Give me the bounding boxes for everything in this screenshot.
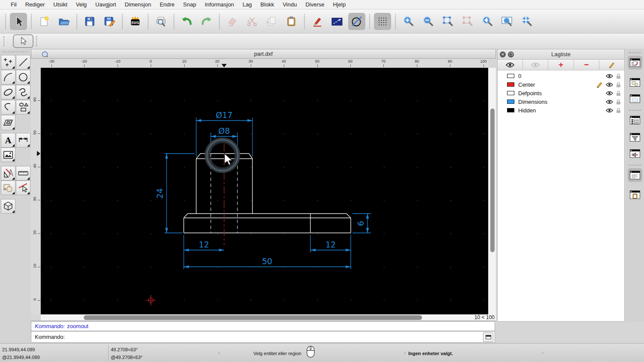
- vertical-scrollbar-thumb[interactable]: [490, 109, 495, 252]
- clipboard-dock-button[interactable]: [628, 188, 642, 202]
- draw-pen-button[interactable]: [309, 13, 326, 30]
- lock-icon[interactable]: [616, 108, 621, 113]
- palette-handle[interactable]: [3, 51, 27, 52]
- add-layer-button[interactable]: +: [548, 60, 574, 70]
- image-tool-button[interactable]: [1, 148, 15, 162]
- horizontal-scrollbar-thumb[interactable]: [84, 315, 422, 320]
- layer-row-defpoints[interactable]: Defpoints: [498, 89, 624, 97]
- horizontal-scrollbar[interactable]: 10 < 100: [41, 314, 496, 321]
- layer-row-hidden[interactable]: Hidden: [498, 106, 624, 115]
- eye-icon[interactable]: [606, 82, 613, 87]
- dock-handle[interactable]: [629, 52, 641, 53]
- menu-dimensjon[interactable]: Dimensjon: [120, 1, 155, 8]
- command-widget-dock-button[interactable]: [628, 168, 642, 182]
- zoom-auto-button[interactable]: [439, 13, 456, 30]
- menu-velg[interactable]: Velg: [72, 1, 91, 8]
- layer-color-swatch[interactable]: [507, 74, 514, 78]
- edit-layer-button[interactable]: [599, 60, 624, 70]
- menu-fil[interactable]: Fil: [6, 1, 21, 8]
- menu-lag[interactable]: Lag: [238, 1, 256, 8]
- selection-filter-dock-button[interactable]: [628, 130, 642, 144]
- save-button[interactable]: [81, 13, 98, 30]
- lock-icon[interactable]: [616, 90, 621, 96]
- ellipse-tool-button[interactable]: [1, 85, 15, 100]
- paste-button[interactable]: [283, 13, 300, 30]
- float-panel-icon[interactable]: ❐: [508, 51, 514, 57]
- dimension-lines[interactable]: [164, 118, 371, 269]
- drawing-canvas[interactable]: Ø17 Ø8 24 6 12 12 50: [41, 68, 488, 314]
- dimension-tool-button[interactable]: [16, 133, 30, 148]
- text-tool-button[interactable]: A: [1, 133, 15, 148]
- entity-list-dock-button[interactable]: [628, 113, 642, 127]
- points-tool-button[interactable]: [1, 55, 15, 69]
- remove-layer-button[interactable]: −: [574, 60, 599, 70]
- polyline-tool-button[interactable]: [1, 100, 15, 115]
- layer-color-swatch[interactable]: [507, 82, 514, 87]
- cube-3d-tool-button[interactable]: [1, 199, 15, 214]
- menu-informasjon[interactable]: Informasjon: [200, 1, 238, 8]
- undo-button[interactable]: [178, 13, 195, 30]
- blocks-tool-button[interactable]: [1, 181, 15, 195]
- line-attributes-button[interactable]: [328, 13, 346, 30]
- drawing-svg[interactable]: Ø17 Ø8 24 6 12 12 50: [41, 68, 488, 314]
- select-pointer-button[interactable]: [10, 13, 27, 30]
- line-tool-button[interactable]: [16, 55, 30, 69]
- layer-row-dimensions[interactable]: Dimensions: [498, 97, 624, 106]
- eye-icon[interactable]: [606, 100, 613, 104]
- menu-hjelp[interactable]: Hjelp: [329, 1, 350, 8]
- command-input[interactable]: [67, 333, 483, 341]
- circle-line-button[interactable]: [348, 13, 365, 30]
- layer-row-0[interactable]: 0: [498, 72, 624, 80]
- lock-icon[interactable]: [616, 82, 621, 87]
- menu-endre[interactable]: Endre: [155, 1, 179, 8]
- menu-vindu[interactable]: Vindu: [278, 1, 301, 8]
- vertical-scrollbar[interactable]: [488, 68, 496, 314]
- select-entity-tool-button[interactable]: [16, 181, 30, 195]
- redo-button[interactable]: [198, 13, 215, 30]
- polygon-shapes-tool-button[interactable]: [16, 100, 30, 115]
- print-preview-button[interactable]: [152, 13, 170, 30]
- close-icon[interactable]: ✕: [500, 51, 506, 57]
- open-file-button[interactable]: [55, 13, 73, 30]
- delete-button[interactable]: [224, 13, 241, 30]
- circle-tool-button[interactable]: [16, 70, 30, 84]
- command-line[interactable]: Kommando:: [31, 331, 495, 343]
- lock-icon[interactable]: [616, 99, 621, 105]
- show-all-layers-button[interactable]: [498, 60, 523, 70]
- zoom-pan-button[interactable]: [518, 13, 535, 30]
- menu-utsikt[interactable]: Utsikt: [49, 1, 72, 8]
- dimension-texts[interactable]: Ø17 Ø8 24 6 12 12 50: [155, 110, 365, 266]
- menu-diverse[interactable]: Diverse: [301, 1, 328, 8]
- grid-toggle-button[interactable]: [374, 13, 391, 30]
- arc-tool-button[interactable]: [1, 70, 15, 84]
- layer-list-dock-button[interactable]: [628, 56, 642, 69]
- tool-option-select-button[interactable]: [13, 34, 33, 48]
- library-browser-dock-button[interactable]: [628, 92, 642, 106]
- zoom-out-button[interactable]: [419, 13, 437, 30]
- layer-color-swatch[interactable]: [507, 91, 514, 95]
- menu-snap[interactable]: Snap: [179, 1, 200, 8]
- block-list-dock-button[interactable]: [628, 75, 642, 89]
- eye-icon[interactable]: [606, 91, 613, 96]
- spline-tool-button[interactable]: [16, 85, 30, 100]
- layer-panel-header[interactable]: Lagliste ✕ ❐: [498, 49, 624, 60]
- zoom-previous-button[interactable]: [479, 13, 496, 30]
- eye-icon[interactable]: [606, 74, 613, 78]
- zoom-window-button[interactable]: [498, 13, 516, 30]
- menu-blokk[interactable]: Blokk: [256, 1, 279, 8]
- new-document-button[interactable]: [36, 13, 53, 30]
- menu-uavgjort[interactable]: Uavgjort: [91, 1, 120, 8]
- view-dock-button[interactable]: [628, 147, 642, 160]
- zoom-selection-button[interactable]: [459, 13, 476, 30]
- zoom-in-button[interactable]: [400, 13, 417, 30]
- hatch-tool-button[interactable]: [1, 115, 15, 130]
- layer-color-swatch[interactable]: [507, 108, 514, 112]
- command-window-button[interactable]: [483, 332, 493, 342]
- cut-button[interactable]: [243, 13, 261, 30]
- measure-tool-button[interactable]: [16, 166, 30, 181]
- eye-icon[interactable]: [606, 108, 613, 113]
- save-as-button[interactable]: [101, 13, 118, 30]
- hide-all-layers-button[interactable]: [523, 60, 548, 70]
- export-svg-button[interactable]: SVG: [127, 13, 144, 30]
- lock-icon[interactable]: [616, 73, 621, 79]
